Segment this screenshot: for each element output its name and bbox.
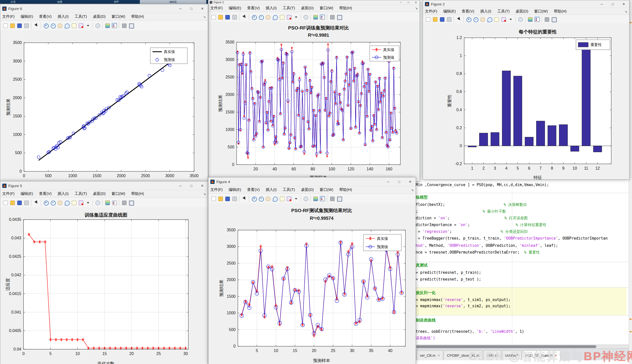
new-document-icon[interactable] [211, 14, 216, 20]
menu-item[interactable]: 插入(I) [480, 9, 491, 14]
insert-legend-icon[interactable] [112, 23, 117, 28]
pan-hand-icon[interactable] [480, 16, 485, 22]
menu-item[interactable]: 查看(V) [462, 9, 474, 14]
editor-horizontal-scrollbar[interactable] [416, 344, 629, 348]
rotate-3d-icon[interactable] [64, 200, 70, 205]
dropdown-arrow-icon[interactable] [85, 200, 91, 205]
open-folder-icon[interactable] [218, 14, 223, 20]
brush-icon[interactable] [286, 14, 292, 20]
code-line[interactable]: hod', Method, 'OOBPrediction', OOBPredic… [416, 243, 632, 249]
menu-item[interactable]: 查看(V) [39, 191, 52, 196]
maximize-button[interactable]: □ [394, 178, 405, 186]
rotate-3d-icon[interactable] [272, 196, 278, 201]
menu-item[interactable]: 帮助(H) [339, 187, 352, 192]
menu-item[interactable]: 插入(I) [58, 14, 69, 19]
menu-collapse-arrow[interactable]: ↘ [625, 10, 627, 13]
zoom-in-icon[interactable] [43, 23, 49, 28]
link-plots-icon[interactable] [95, 200, 100, 205]
insert-legend-icon[interactable] [320, 196, 325, 201]
hscroll-thumb[interactable] [416, 345, 596, 348]
plot-tools-on-icon[interactable] [128, 23, 134, 28]
zoom-in-icon[interactable] [251, 196, 257, 201]
zoom-out-icon[interactable] [473, 16, 478, 22]
save-icon[interactable] [225, 14, 230, 20]
cursor-icon[interactable] [241, 14, 247, 20]
close-button[interactable]: ✕ [197, 4, 208, 13]
minimize-button[interactable]: ─ [397, 0, 405, 4]
ribbon-tab-APP[interactable]: APP [93, 0, 140, 4]
close-button[interactable]: ✕ [197, 182, 208, 190]
dropdown-arrow-icon[interactable] [85, 23, 91, 28]
close-button[interactable]: ✕ [405, 178, 416, 186]
minimize-button[interactable]: ─ [175, 182, 186, 190]
menu-item[interactable]: 桌面(D) [515, 9, 528, 14]
open-folder-icon[interactable] [432, 16, 438, 22]
link-plots-icon[interactable] [517, 16, 523, 22]
code-line[interactable]: = predict(treesnet, p_train); [416, 270, 632, 276]
scrollbar-warning-mark[interactable] [629, 22, 631, 23]
menu-item[interactable]: 文件(F) [2, 191, 15, 196]
menu-item[interactable]: 帮助(H) [554, 9, 566, 14]
menu-item[interactable]: 编辑(E) [229, 6, 241, 10]
maximize-button[interactable]: □ [405, 0, 412, 4]
editor-tab-SVM.m[interactable]: SVM.m [483, 350, 501, 360]
insert-colorbar-icon[interactable] [313, 14, 318, 20]
open-folder-icon[interactable] [218, 196, 223, 201]
editor-tab-PSO_RF_main.m[interactable]: PSO_RF_main.m✕ [522, 350, 560, 360]
link-plots-icon[interactable] [303, 196, 308, 201]
open-folder-icon[interactable] [10, 23, 15, 28]
cursor-icon[interactable] [241, 196, 247, 201]
cursor-icon[interactable] [33, 200, 39, 205]
code-line[interactable]: diction = 'on';% 打开误差图 [416, 216, 632, 222]
open-folder-icon[interactable] [10, 200, 15, 205]
dropdown-arrow-icon[interactable] [293, 14, 299, 20]
menu-item[interactable]: 帮助(H) [131, 14, 144, 19]
plot-tools-on-icon[interactable] [551, 16, 556, 22]
rotate-3d-icon[interactable] [487, 16, 492, 22]
link-plots-icon[interactable] [303, 14, 308, 20]
code-line[interactable]: dictorImportance = 'on';% 计算特征重要性 [416, 222, 632, 228]
zoom-out-icon[interactable] [258, 14, 264, 20]
scrollbar-warning-mark[interactable] [629, 331, 631, 332]
plot-tools-off-icon[interactable] [329, 14, 335, 20]
minimize-button[interactable]: ─ [383, 178, 394, 186]
insert-colorbar-icon[interactable] [527, 16, 533, 22]
menu-item[interactable]: 编辑(E) [443, 9, 456, 14]
print-icon[interactable] [232, 196, 237, 201]
zoom-out-icon[interactable] [50, 23, 56, 28]
ribbon-tab-编辑器[interactable]: 编辑器 [140, 0, 207, 4]
tab-close-icon[interactable]: ✕ [555, 354, 557, 357]
print-icon[interactable] [24, 200, 29, 205]
menu-item[interactable]: 文件(F) [425, 9, 437, 14]
new-document-icon[interactable] [3, 23, 8, 28]
code-line[interactable]: trees, oobError(treesnet), 'b-', 'LineWi… [416, 329, 632, 335]
menu-item[interactable]: 插入(I) [266, 187, 277, 192]
menu-item[interactable]: 桌面(D) [93, 14, 106, 19]
print-icon[interactable] [232, 14, 237, 20]
ribbon-tab-主页[interactable]: 主页 [0, 0, 27, 4]
cursor-icon[interactable] [33, 23, 39, 28]
pan-hand-icon[interactable] [57, 23, 63, 28]
pan-hand-icon[interactable] [57, 200, 63, 205]
menu-item[interactable]: 文件(F) [210, 187, 223, 192]
close-button[interactable]: ✕ [412, 0, 420, 4]
plot-tools-off-icon[interactable] [121, 200, 127, 205]
print-icon[interactable] [24, 23, 29, 28]
plot-tools-on-icon[interactable] [336, 14, 342, 20]
cursor-icon[interactable] [456, 16, 461, 22]
menu-item[interactable]: 插入(I) [266, 6, 277, 10]
insert-legend-icon[interactable] [112, 200, 117, 205]
menu-item[interactable]: 查看(V) [39, 14, 52, 19]
menu-item[interactable]: 插入(I) [58, 191, 69, 196]
menu-item[interactable]: 工具(T) [75, 191, 87, 196]
menu-item[interactable]: 工具(T) [283, 187, 295, 192]
insert-legend-icon[interactable] [534, 16, 540, 22]
maximize-button[interactable]: □ [186, 182, 197, 190]
new-document-icon[interactable] [425, 16, 431, 22]
brush-icon[interactable] [78, 23, 84, 28]
menu-item[interactable]: 工具(T) [497, 9, 509, 14]
code-line[interactable]: Min ,Convergence_curve ] = PSO(pop, MH,c… [416, 182, 632, 188]
menu-item[interactable]: 桌面(D) [93, 191, 106, 196]
ribbon-tab-绘图[interactable]: 绘图 [27, 0, 93, 4]
close-button[interactable]: ✕ [618, 0, 629, 8]
